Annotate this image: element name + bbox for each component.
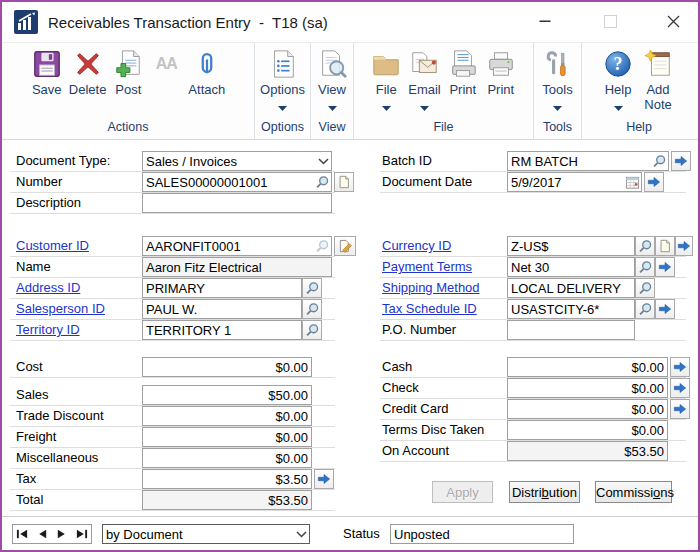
document-type-select[interactable]: Sales / Invoices [142,151,332,171]
terms-disc-taken-input[interactable] [508,421,667,439]
attach-button[interactable]: Attach [185,46,228,97]
currency-id-field[interactable] [507,236,635,256]
territory-id-lookup-button[interactable] [302,320,322,340]
trade-discount-input[interactable] [143,407,311,425]
document-date-expansion-button[interactable] [644,172,664,192]
first-record-button[interactable] [15,527,31,541]
tax-field[interactable] [142,469,312,489]
currency-id-note-button[interactable] [655,236,675,256]
batch-id-field[interactable] [507,151,669,171]
check-field[interactable] [507,378,668,398]
number-note-button[interactable] [334,172,354,192]
credit-card-expansion-button[interactable] [670,399,690,419]
territory-id-link[interactable]: Territory ID [16,320,80,340]
close-button[interactable] [662,10,684,32]
help-button[interactable]: ? Help [599,46,637,106]
save-button[interactable]: Save [28,46,66,97]
shipping-method-link[interactable]: Shipping Method [382,278,480,298]
tax-schedule-id-field[interactable] [507,299,635,319]
email-button[interactable]: Email [405,46,444,106]
document-date-input[interactable] [508,173,623,191]
previous-record-button[interactable] [34,527,50,541]
sort-by-select[interactable]: by Document [102,524,310,544]
tools-button[interactable]: Tools [539,46,577,106]
payment-terms-field[interactable] [507,257,635,277]
terms-disc-taken-field[interactable] [507,420,668,440]
distribution-button[interactable]: Distribution [509,481,580,503]
lookup-icon[interactable] [313,174,331,190]
batch-id-input[interactable] [508,152,650,170]
next-record-button[interactable] [54,527,70,541]
sales-input[interactable] [143,386,311,404]
view-button[interactable]: View [313,46,351,106]
add-note-button[interactable]: Add Note [637,46,679,112]
delete-button[interactable]: Delete [66,46,110,97]
cash-expansion-button[interactable] [670,357,690,377]
credit-card-input[interactable] [508,400,667,418]
customer-id-field[interactable] [142,236,332,256]
shipping-method-input[interactable] [508,279,634,297]
cost-input[interactable] [143,358,311,376]
sales-field[interactable] [142,385,312,405]
minimize-button[interactable] [534,10,556,32]
number-input[interactable] [143,173,313,191]
address-id-link[interactable]: Address ID [16,278,80,298]
calendar-icon[interactable] [623,174,641,190]
document-date-field[interactable] [507,172,642,192]
payment-terms-lookup-button[interactable] [635,257,655,277]
customer-id-link[interactable]: Customer ID [16,236,89,256]
check-expansion-button[interactable] [670,378,690,398]
credit-card-field[interactable] [507,399,668,419]
payment-terms-input[interactable] [508,258,634,276]
territory-id-field[interactable] [142,320,302,340]
salesperson-id-field[interactable] [142,299,302,319]
customer-note-button[interactable] [334,236,356,256]
payment-terms-expansion-button[interactable] [655,257,675,277]
po-number-input[interactable] [508,321,634,339]
address-id-lookup-button[interactable] [302,278,322,298]
tax-expansion-button[interactable] [314,469,334,489]
print-document-button[interactable]: Print [444,46,482,97]
trade-discount-field[interactable] [142,406,312,426]
miscellaneous-field[interactable] [142,448,312,468]
currency-id-link[interactable]: Currency ID [382,236,451,256]
description-input[interactable] [143,194,331,212]
file-button[interactable]: File [367,46,405,106]
address-id-input[interactable] [143,279,301,297]
currency-id-expansion-button[interactable] [675,236,693,256]
tax-schedule-id-link[interactable]: Tax Schedule ID [382,299,477,319]
tax-schedule-id-expansion-button[interactable] [655,299,675,319]
customer-id-input[interactable] [143,237,313,255]
freight-input[interactable] [143,428,311,446]
salesperson-id-lookup-button[interactable] [302,299,322,319]
currency-id-input[interactable] [508,237,634,255]
salesperson-id-link[interactable]: Salesperson ID [16,299,105,319]
shipping-method-field[interactable] [507,278,635,298]
post-button[interactable]: Post [109,46,147,97]
maximize-button[interactable] [599,10,621,32]
cost-field[interactable] [142,357,312,377]
print-button[interactable]: Print [482,46,520,97]
freight-field[interactable] [142,427,312,447]
tax-schedule-id-lookup-button[interactable] [635,299,655,319]
batch-id-expansion-button[interactable] [671,151,691,171]
currency-id-lookup-button[interactable] [635,236,655,256]
cash-field[interactable] [507,357,668,377]
check-input[interactable] [508,379,667,397]
description-field[interactable] [142,193,332,213]
salesperson-id-input[interactable] [143,300,301,318]
territory-id-input[interactable] [143,321,301,339]
cash-input[interactable] [508,358,667,376]
last-record-button[interactable] [73,527,89,541]
address-id-field[interactable] [142,278,302,298]
tax-schedule-id-input[interactable] [508,300,634,318]
lookup-icon[interactable] [650,153,668,169]
miscellaneous-input[interactable] [143,449,311,467]
payment-terms-link[interactable]: Payment Terms [382,257,472,277]
number-field[interactable] [142,172,332,192]
options-button[interactable]: Options [257,46,308,106]
commissions-button[interactable]: Commissions [595,481,672,503]
shipping-method-lookup-button[interactable] [635,278,655,298]
po-number-field[interactable] [507,320,635,340]
tax-input[interactable] [143,470,311,488]
